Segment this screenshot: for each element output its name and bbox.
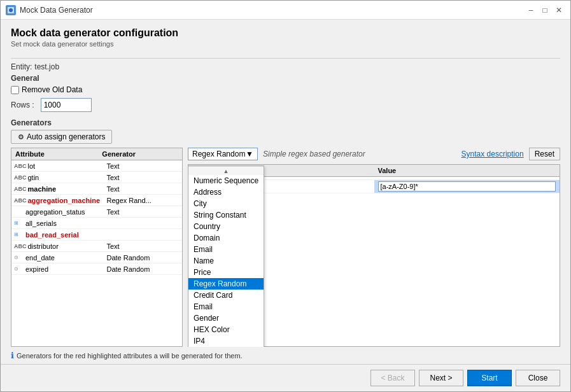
attribute-name: expired <box>25 265 48 273</box>
attribute-table: Attribute Generator ABC lot Text ABC gti… <box>11 148 183 347</box>
table-row[interactable]: aggregation_status Text <box>11 206 182 218</box>
dropdown-item[interactable]: Credit Card <box>188 290 264 301</box>
cell-generator: Text <box>104 207 182 217</box>
table-row[interactable]: ⊙ end_date Date Random <box>11 252 182 263</box>
rows-row: Rows : <box>11 98 560 112</box>
attribute-name: all_serials <box>25 220 57 227</box>
table-row[interactable]: ABC gtin Text <box>11 172 182 183</box>
attribute-col-header: Attribute <box>11 148 98 160</box>
grid-icon: ⊞ <box>14 232 24 237</box>
cell-generator: Text <box>104 172 182 183</box>
dropdown-item[interactable]: Country <box>188 221 264 232</box>
attribute-name: distributor <box>28 242 59 250</box>
generator-col-header: Generator <box>98 148 172 160</box>
cell-generator: Date Random <box>104 264 182 274</box>
config-value-input[interactable] <box>378 181 556 192</box>
reset-button[interactable]: Reset <box>529 148 560 160</box>
table-row[interactable]: ABC distributor Text <box>11 241 182 252</box>
title-bar-left: Mock Data Generator <box>6 5 93 15</box>
scroll-up-btn[interactable]: ▲ <box>188 166 264 175</box>
dropdown-item[interactable]: City <box>188 198 264 209</box>
scroll-spacer <box>172 148 182 160</box>
table-body[interactable]: ABC lot Text ABC gtin Text ABC machine T… <box>11 160 182 346</box>
auto-assign-icon: ⚙ <box>18 133 24 141</box>
entity-value: test.job <box>34 62 59 71</box>
dropdown-item[interactable]: Gender <box>188 312 264 324</box>
dropdown-item[interactable]: Domain <box>188 232 264 244</box>
dropdown-item[interactable]: String Constant <box>188 209 264 221</box>
calendar-icon: ⊙ <box>14 255 24 260</box>
abc-icon: ABC <box>14 243 27 249</box>
cell-attribute: ⊞ all_serials <box>11 218 104 228</box>
table-row[interactable]: ABC lot Text <box>11 160 182 172</box>
cell-generator <box>104 222 182 225</box>
syntax-description-link[interactable]: Syntax description <box>462 150 524 158</box>
auto-assign-label: Auto assign generators <box>27 132 105 141</box>
cell-generator: Regex Rand... <box>104 195 182 206</box>
table-row[interactable]: ABC aggregation_machine Regex Rand... <box>11 195 182 206</box>
dropdown-item[interactable]: Name <box>188 255 264 267</box>
generator-description: Simple regex based generator <box>263 150 365 158</box>
rows-input[interactable] <box>41 98 92 112</box>
right-panel: Regex Random ▼ ▲ Numeric SequenceAddress… <box>183 148 560 347</box>
info-text: Generators for the red highlighted attri… <box>17 352 243 360</box>
table-row[interactable]: ⊞ all_serials <box>11 218 182 229</box>
cell-generator: Date Random <box>104 253 182 263</box>
generators-label: Generators <box>11 118 560 127</box>
entity-row: Entity: test.job <box>11 62 560 71</box>
cell-generator: Text <box>104 161 182 171</box>
remove-old-data-checkbox[interactable] <box>11 86 19 94</box>
dropdown-item[interactable]: Regex Random <box>188 278 264 290</box>
dropdown-item[interactable]: Email <box>188 244 264 255</box>
attribute-name: end_date <box>25 254 55 262</box>
table-row[interactable]: ⊙ expired Date Random <box>11 263 182 275</box>
close-button[interactable]: Close <box>516 370 560 386</box>
info-bar: ℹ Generators for the red highlighted att… <box>11 347 560 364</box>
page-title: Mock data generator configuration <box>11 27 560 39</box>
maximize-button[interactable]: □ <box>539 4 551 17</box>
table-row[interactable]: ABC machine Text <box>11 183 182 195</box>
generator-dropdown[interactable]: Regex Random ▼ <box>188 148 258 160</box>
abc-icon: ABC <box>14 186 27 192</box>
start-button[interactable]: Start <box>467 370 512 386</box>
info-icon: ℹ <box>11 351 14 360</box>
auto-assign-button[interactable]: ⚙ Auto assign generators <box>11 130 112 144</box>
close-window-button[interactable]: ✕ <box>553 4 565 17</box>
next-button[interactable]: Next > <box>419 370 463 386</box>
content-area: Mock data generator configuration Set mo… <box>1 20 570 364</box>
dropdown-item[interactable]: Numeric Sequence <box>188 175 264 186</box>
cell-attribute: ⊙ expired <box>11 264 104 274</box>
config-value-2 <box>374 180 560 193</box>
cell-attribute: ⊞ bad_read_serial <box>11 230 104 240</box>
title-bar-controls: – □ ✕ <box>525 4 565 17</box>
minimize-button[interactable]: – <box>525 4 537 17</box>
dropdown-arrow-icon: ▼ <box>246 150 253 158</box>
abc-icon: ABC <box>14 163 27 169</box>
dropdown-item[interactable]: IP4 <box>188 335 264 347</box>
table-header: Attribute Generator <box>11 148 182 160</box>
cell-attribute: ABC machine <box>11 184 104 194</box>
table-row[interactable]: ⊞ bad_read_serial <box>11 229 182 241</box>
remove-old-data-row: Remove Old Data <box>11 85 560 94</box>
dropdown-value: Regex Random <box>192 150 245 158</box>
dropdown-container: Regex Random ▼ ▲ Numeric SequenceAddress… <box>188 148 258 160</box>
attribute-name: bad_read_serial <box>25 231 79 239</box>
cell-generator <box>104 234 182 236</box>
attribute-name: machine <box>28 185 57 193</box>
dropdown-item[interactable]: Price <box>188 267 264 278</box>
cell-attribute: ABC lot <box>11 161 104 171</box>
cell-generator: Text <box>104 241 182 251</box>
dropdown-item[interactable]: HEX Color <box>188 324 264 335</box>
page-subtitle: Set mock data generator settings <box>11 40 560 48</box>
attribute-name: lot <box>28 162 36 170</box>
generators-header: ⚙ Auto assign generators <box>11 130 560 144</box>
dropdown-item[interactable]: Address <box>188 186 264 198</box>
rows-label: Rows : <box>11 101 34 109</box>
dropdown-menu[interactable]: ▲ Numeric SequenceAddressCityString Cons… <box>188 165 264 347</box>
dropdown-item[interactable]: Email <box>188 301 264 312</box>
remove-old-data-label: Remove Old Data <box>22 85 82 94</box>
svg-point-1 <box>9 8 13 12</box>
back-button[interactable]: < Back <box>370 370 415 386</box>
grid-icon: ⊞ <box>14 220 24 226</box>
attribute-name: aggregation_machine <box>28 197 101 204</box>
